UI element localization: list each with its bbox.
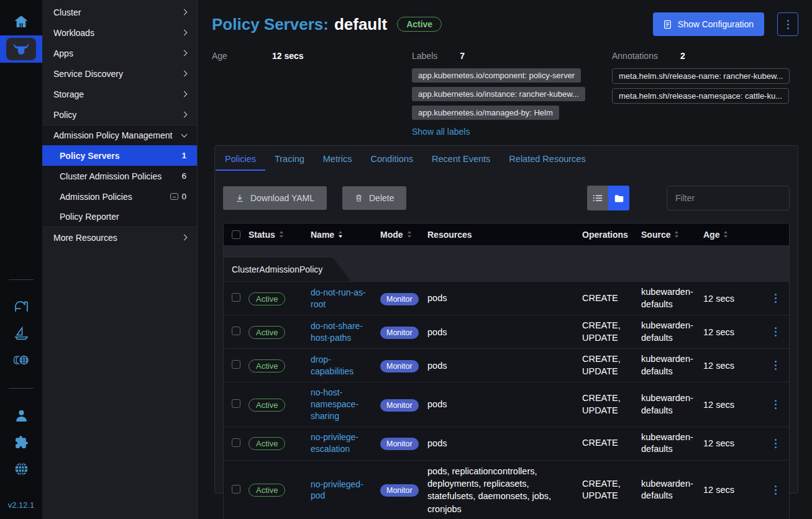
sort-icon	[280, 231, 283, 238]
user-icon[interactable]	[0, 408, 42, 423]
row-kebab-menu-button[interactable]	[772, 325, 779, 339]
source-cell: kubewarden-defaults	[641, 478, 703, 502]
row-kebab-menu-button[interactable]	[772, 436, 779, 451]
row-kebab-menu-button[interactable]	[772, 397, 779, 412]
show-configuration-button[interactable]: Show Configuration	[653, 12, 764, 36]
row-checkbox[interactable]	[232, 293, 240, 302]
policy-name-link[interactable]: do-not-run-as-root	[311, 287, 380, 310]
table-row: Active do-not-share-host-paths Monitor p…	[224, 315, 789, 348]
column-header[interactable]: Source	[641, 230, 703, 240]
operations-cell: CREATE	[582, 437, 641, 449]
column-header[interactable]: Age	[703, 230, 762, 240]
list-view-icon[interactable]	[587, 186, 608, 210]
row-checkbox[interactable]	[232, 438, 240, 447]
chevron-right-icon	[181, 9, 188, 16]
tab[interactable]: Conditions	[362, 146, 423, 171]
sort-icon	[339, 231, 342, 238]
sidebar-item[interactable]: Cluster	[42, 2, 197, 22]
select-all-checkbox[interactable]	[232, 230, 240, 239]
column-header[interactable]: Operations	[582, 230, 641, 240]
sort-icon	[408, 231, 411, 238]
annotations-count: 2	[680, 51, 685, 61]
sidebar-item[interactable]: More Resources	[42, 227, 197, 248]
table-row: Active drop-capabilities Monitor pods CR…	[224, 348, 789, 382]
sidebar-item-label: Admission Policy Management	[53, 130, 182, 140]
row-checkbox[interactable]	[232, 360, 240, 369]
chevron-down-icon	[181, 132, 188, 138]
sidebar-item[interactable]: Workloads	[42, 22, 197, 43]
sidebar-item[interactable]: Policy	[42, 104, 197, 125]
row-kebab-menu-button[interactable]	[772, 358, 779, 372]
column-header[interactable]: Name	[311, 230, 380, 240]
tab[interactable]: Recent Events	[422, 146, 500, 171]
tab[interactable]: Related Resources	[500, 146, 595, 171]
row-checkbox[interactable]	[232, 327, 240, 335]
source-cell: kubewarden-defaults	[641, 431, 703, 456]
filter-input[interactable]	[667, 186, 790, 210]
policy-name-link[interactable]: no-host-namespace-sharing	[311, 387, 380, 422]
operations-cell: CREATE	[582, 292, 641, 305]
column-header[interactable]: Resources	[427, 230, 582, 240]
row-status-badge: Active	[249, 326, 285, 339]
row-kebab-menu-button[interactable]	[772, 483, 779, 497]
trash-icon	[355, 194, 363, 202]
tab[interactable]: Metrics	[314, 146, 362, 171]
download-yaml-button[interactable]: Download YAML	[223, 186, 327, 210]
locale-globe-icon[interactable]	[0, 461, 42, 477]
sidebar-item-label: Policy Reporter	[60, 212, 186, 222]
mode-badge: Monitor	[380, 293, 419, 305]
policy-name-link[interactable]: no-privileged-pod	[311, 479, 380, 502]
resources-cell: pods	[427, 398, 582, 410]
table-row: Active no-privileged-pod Monitor pods, r…	[224, 460, 789, 519]
sidebar-item[interactable]: Cluster Admission Policies 6	[42, 166, 197, 186]
row-checkbox[interactable]	[232, 485, 240, 494]
policy-name-link[interactable]: no-privilege-escalation	[311, 431, 380, 455]
tab-bar: PoliciesTracingMetricsConditionsRecent E…	[216, 146, 797, 171]
label-tag: app.kubernetes.io/instance: rancher-kube…	[412, 87, 585, 101]
policy-name-link[interactable]: drop-capabilities	[311, 354, 380, 377]
chevron-right-icon	[181, 71, 188, 77]
annotation-chip: meta.helm.sh/release-name: rancher-kubew…	[612, 68, 790, 84]
resources-cell: pods	[427, 437, 582, 449]
show-all-labels-link[interactable]: Show all labels	[412, 127, 470, 137]
label-tag: app.kubernetes.io/managed-by: Helm	[412, 106, 559, 120]
sidebar-item-label: Storage	[53, 89, 182, 99]
resources-cell: pods	[427, 326, 582, 338]
column-header[interactable]: Status	[249, 230, 311, 240]
tab[interactable]: Policies	[216, 146, 265, 171]
multicluster-globe-icon[interactable]	[0, 353, 42, 367]
row-status-badge: Active	[249, 399, 285, 412]
table-row: Active no-host-namespace-sharing Monitor…	[224, 382, 789, 426]
sidebar-item[interactable]: Policy Reporter	[42, 207, 197, 227]
sidebar-item-label: Policy	[53, 110, 182, 120]
app-rail: v2.12.1	[0, 0, 42, 519]
annotation-chip: meta.helm.sh/release-namespace: cattle-k…	[612, 88, 789, 104]
cluster-manager-icon[interactable]	[0, 299, 42, 314]
header-kebab-menu-button[interactable]	[777, 12, 798, 36]
age-cell: 12 secs	[703, 438, 762, 448]
active-product-kubewarden[interactable]	[0, 35, 42, 63]
extensions-puzzle-icon[interactable]	[0, 435, 42, 450]
sidebar-item[interactable]: Service Discovery	[42, 63, 197, 84]
sidebar-item[interactable]: Policy Servers 1	[42, 145, 197, 166]
sidebar-item[interactable]: Storage	[42, 84, 197, 104]
row-kebab-menu-button[interactable]	[772, 291, 779, 305]
home-icon[interactable]	[0, 14, 42, 30]
tab[interactable]: Tracing	[265, 146, 314, 171]
source-cell: kubewarden-defaults	[641, 392, 703, 417]
document-icon	[664, 20, 672, 29]
sidebar-item[interactable]: Apps	[42, 43, 197, 63]
sidebar-item[interactable]: Admission Policies 0	[42, 186, 197, 207]
resource-type-link[interactable]: Policy Servers:	[212, 15, 329, 34]
mode-badge: Monitor	[380, 360, 419, 372]
policy-name-link[interactable]: do-not-share-host-paths	[311, 320, 380, 344]
age-label: Age	[212, 51, 272, 61]
group-view-folder-icon[interactable]	[608, 186, 629, 210]
delete-button[interactable]: Delete	[342, 186, 406, 210]
harvester-boat-icon[interactable]	[0, 326, 42, 341]
row-status-badge: Active	[249, 359, 285, 372]
sidebar-item[interactable]: Admission Policy Management	[42, 125, 197, 145]
labels-list: app.kubernetes.io/component: policy-serv…	[412, 68, 612, 120]
row-checkbox[interactable]	[232, 399, 240, 408]
column-header[interactable]: Mode	[380, 230, 427, 240]
